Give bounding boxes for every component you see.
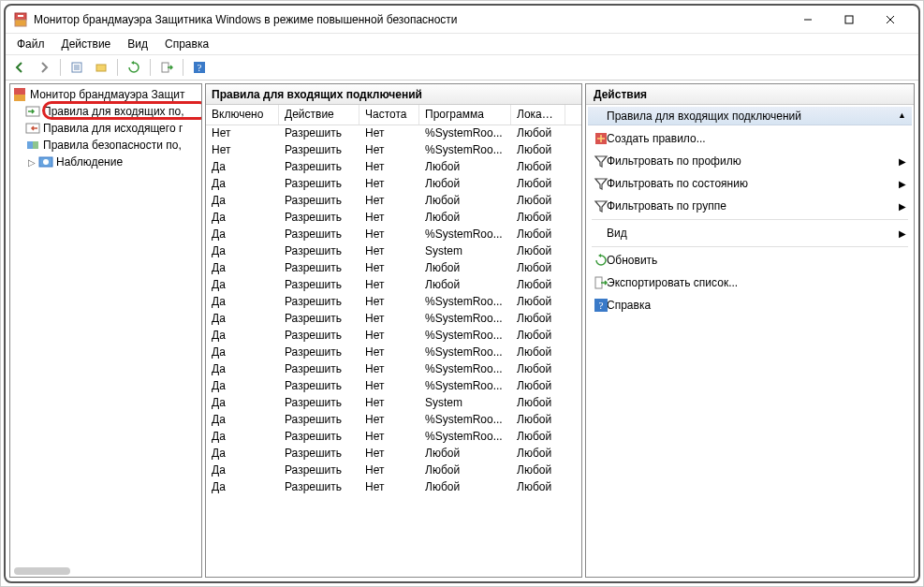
col-local[interactable]: Локальн — [511, 105, 565, 125]
table-row[interactable]: ДаРазрешитьНет%SystemRoo...Любой — [206, 227, 581, 243]
minimize-button[interactable] — [787, 7, 829, 33]
svg-rect-4 — [845, 16, 853, 23]
help-icon: ? — [594, 298, 609, 313]
tree-monitoring[interactable]: ▷ Наблюдение — [12, 154, 199, 170]
tree-pane: Монитор брандмауэра Защит Правила для вх… — [9, 83, 202, 578]
close-button[interactable] — [870, 7, 911, 33]
action-view[interactable]: Вид ▶ — [586, 222, 914, 244]
svg-rect-15 — [14, 88, 25, 95]
submenu-arrow-icon: ▶ — [899, 179, 906, 189]
svg-rect-19 — [27, 141, 33, 149]
table-row[interactable]: ДаРазрешитьНет%SystemRoo...Любой — [206, 328, 581, 345]
outbound-rules-icon — [25, 121, 40, 136]
window-title: Монитор брандмауэра Защитника Windows в … — [34, 13, 458, 26]
expand-icon[interactable]: ▷ — [25, 157, 38, 168]
table-row[interactable]: ДаРазрешитьНетЛюбойЛюбой — [206, 176, 581, 193]
menu-view[interactable]: Вид — [120, 36, 155, 52]
list-columns: Включено Действие Частота Программа Лока… — [206, 105, 581, 125]
svg-rect-12 — [162, 63, 169, 72]
action-new-rule[interactable]: Создать правило... — [586, 127, 914, 150]
help-button[interactable]: ? — [189, 57, 210, 78]
table-row[interactable]: ДаРазрешитьНет%SystemRoo...Любой — [206, 378, 581, 395]
folder-button[interactable] — [91, 57, 111, 78]
action-help[interactable]: ? Справка — [586, 294, 914, 316]
svg-rect-2 — [18, 15, 23, 17]
submenu-arrow-icon: ▶ — [899, 228, 906, 239]
table-row[interactable]: ДаРазрешитьНет%SystemRoo...Любой — [206, 361, 581, 378]
svg-text:?: ? — [198, 62, 202, 73]
submenu-arrow-icon: ▶ — [899, 201, 906, 212]
tree-inbound[interactable]: Правила для входящих по, — [12, 103, 199, 120]
action-export[interactable]: Экспортировать список... — [586, 271, 914, 294]
svg-rect-20 — [33, 141, 38, 149]
action-filter-group[interactable]: Фильтровать по группе ▶ — [586, 195, 914, 217]
col-program[interactable]: Программа — [419, 105, 511, 125]
action-filter-profile[interactable]: Фильтровать по профилю ▶ — [586, 150, 914, 172]
svg-rect-24 — [595, 277, 602, 288]
table-row[interactable]: ДаРазрешитьНетЛюбойЛюбой — [206, 462, 581, 479]
filter-icon — [594, 198, 609, 213]
list-pane: Правила для входящих подключений Включен… — [205, 83, 582, 578]
table-row[interactable]: ДаРазрешитьНетЛюбойЛюбой — [206, 260, 581, 277]
maximize-button[interactable] — [829, 7, 870, 33]
titlebar: Монитор брандмауэра Защитника Windows в … — [6, 6, 918, 34]
table-row[interactable]: ДаРазрешитьНетSystemЛюбой — [206, 243, 581, 260]
menu-help[interactable]: Справка — [157, 36, 216, 52]
svg-rect-1 — [15, 20, 26, 26]
action-refresh[interactable]: Обновить — [586, 249, 914, 271]
action-filter-state[interactable]: Фильтровать по состоянию ▶ — [586, 172, 914, 195]
tree-security[interactable]: Правила безопасности по, — [12, 137, 199, 154]
actions-pane: Действия Правила для входящих подключени… — [585, 83, 915, 578]
tree-outbound[interactable]: Правила для исходящего г — [12, 120, 199, 137]
toolbar: ? — [6, 54, 918, 81]
table-row[interactable]: ДаРазрешитьНет%SystemRoo...Любой — [206, 429, 581, 446]
monitoring-icon — [38, 154, 53, 169]
table-row[interactable]: ДаРазрешитьНет%SystemRoo...Любой — [206, 294, 581, 311]
table-row[interactable]: ДаРазрешитьНетЛюбойЛюбой — [206, 479, 581, 496]
back-button[interactable] — [9, 57, 30, 78]
col-action[interactable]: Действие — [279, 105, 359, 125]
export-icon — [594, 275, 609, 290]
table-row[interactable]: ДаРазрешитьНетSystemЛюбой — [206, 395, 581, 412]
actions-section[interactable]: Правила для входящих подключений ▲ — [588, 107, 912, 125]
col-enabled[interactable]: Включено — [206, 105, 279, 125]
tree-scrollbar[interactable] — [14, 567, 70, 575]
svg-rect-16 — [14, 95, 25, 101]
svg-rect-11 — [96, 65, 106, 71]
refresh-icon — [594, 253, 609, 268]
list-rows: НетРазрешитьНет%SystemRoo...ЛюбойНетРазр… — [206, 125, 581, 496]
table-row[interactable]: ДаРазрешитьНетЛюбойЛюбой — [206, 193, 581, 210]
table-row[interactable]: ДаРазрешитьНет%SystemRoo...Любой — [206, 412, 581, 429]
table-row[interactable]: ДаРазрешитьНетЛюбойЛюбой — [206, 277, 581, 294]
table-row[interactable]: ДаРазрешитьНет%SystemRoo...Любой — [206, 311, 581, 328]
new-rule-icon — [594, 131, 609, 146]
menubar: Файл Действие Вид Справка — [6, 34, 918, 54]
inbound-rules-icon — [25, 104, 40, 119]
filter-icon — [594, 176, 609, 191]
menu-file[interactable]: Файл — [9, 36, 52, 52]
svg-point-22 — [43, 159, 49, 165]
table-row[interactable]: ДаРазрешитьНетЛюбойЛюбой — [206, 210, 581, 227]
export-button[interactable] — [156, 57, 177, 78]
actions-title: Действия — [586, 84, 914, 105]
menu-action[interactable]: Действие — [54, 36, 119, 52]
properties-button[interactable] — [66, 57, 87, 78]
tree-root[interactable]: Монитор брандмауэра Защит — [12, 86, 199, 103]
collapse-icon[interactable]: ▲ — [898, 110, 906, 120]
app-icon — [13, 12, 28, 27]
security-rules-icon — [25, 138, 40, 153]
forward-button[interactable] — [34, 57, 54, 78]
col-freq[interactable]: Частота — [359, 105, 419, 125]
filter-icon — [594, 154, 609, 169]
table-row[interactable]: НетРазрешитьНет%SystemRoo...Любой — [206, 142, 581, 159]
refresh-button[interactable] — [124, 57, 144, 78]
list-title: Правила для входящих подключений — [206, 84, 581, 105]
table-row[interactable]: ДаРазрешитьНетЛюбойЛюбой — [206, 446, 581, 462]
table-row[interactable]: ДаРазрешитьНетЛюбойЛюбой — [206, 159, 581, 176]
svg-text:?: ? — [599, 300, 604, 311]
submenu-arrow-icon: ▶ — [899, 156, 906, 167]
table-row[interactable]: ДаРазрешитьНет%SystemRoo...Любой — [206, 345, 581, 361]
table-row[interactable]: НетРазрешитьНет%SystemRoo...Любой — [206, 125, 581, 142]
firewall-icon — [12, 87, 27, 102]
